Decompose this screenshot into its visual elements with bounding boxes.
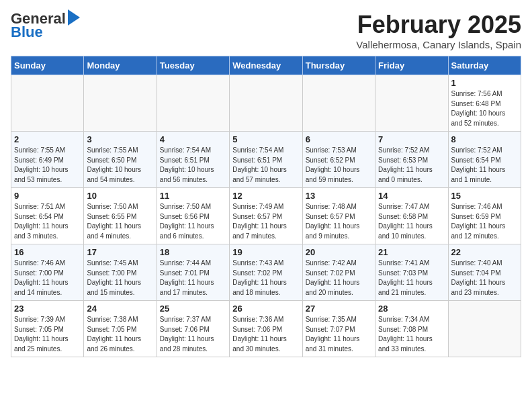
day-number: 23 bbox=[14, 304, 81, 314]
title-area: February 2025 Vallehermosa, Canary Islan… bbox=[356, 11, 521, 50]
day-info: Sunrise: 7:50 AM Sunset: 6:55 PM Dayligh… bbox=[87, 202, 153, 241]
day-cell: 12Sunrise: 7:49 AM Sunset: 6:57 PM Dayli… bbox=[230, 188, 302, 244]
day-cell: 24Sunrise: 7:38 AM Sunset: 7:05 PM Dayli… bbox=[84, 301, 157, 357]
day-cell bbox=[157, 75, 229, 132]
day-cell: 18Sunrise: 7:44 AM Sunset: 7:01 PM Dayli… bbox=[157, 244, 229, 301]
day-cell bbox=[448, 301, 521, 357]
day-cell: 5Sunrise: 7:54 AM Sunset: 6:51 PM Daylig… bbox=[230, 132, 302, 188]
day-number: 17 bbox=[87, 247, 153, 257]
day-number: 9 bbox=[14, 191, 81, 201]
day-info: Sunrise: 7:51 AM Sunset: 6:54 PM Dayligh… bbox=[14, 202, 81, 241]
day-info: Sunrise: 7:52 AM Sunset: 6:54 PM Dayligh… bbox=[451, 146, 518, 185]
day-info: Sunrise: 7:45 AM Sunset: 7:00 PM Dayligh… bbox=[87, 259, 153, 298]
day-number: 8 bbox=[451, 134, 518, 144]
week-row-3: 9Sunrise: 7:51 AM Sunset: 6:54 PM Daylig… bbox=[11, 188, 521, 244]
day-number: 6 bbox=[306, 134, 372, 144]
header-cell-friday: Friday bbox=[375, 56, 448, 75]
day-info: Sunrise: 7:55 AM Sunset: 6:49 PM Dayligh… bbox=[14, 146, 81, 185]
day-info: Sunrise: 7:49 AM Sunset: 6:57 PM Dayligh… bbox=[232, 202, 299, 241]
day-info: Sunrise: 7:48 AM Sunset: 6:57 PM Dayligh… bbox=[306, 202, 372, 241]
day-info: Sunrise: 7:50 AM Sunset: 6:56 PM Dayligh… bbox=[160, 202, 226, 241]
day-cell: 4Sunrise: 7:54 AM Sunset: 6:51 PM Daylig… bbox=[157, 132, 229, 188]
day-number: 21 bbox=[378, 247, 445, 257]
day-cell: 8Sunrise: 7:52 AM Sunset: 6:54 PM Daylig… bbox=[448, 132, 521, 188]
day-cell: 1Sunrise: 7:56 AM Sunset: 6:48 PM Daylig… bbox=[448, 75, 521, 132]
day-info: Sunrise: 7:47 AM Sunset: 6:58 PM Dayligh… bbox=[378, 202, 445, 241]
day-cell: 23Sunrise: 7:39 AM Sunset: 7:05 PM Dayli… bbox=[11, 301, 84, 357]
day-info: Sunrise: 7:43 AM Sunset: 7:02 PM Dayligh… bbox=[232, 259, 299, 298]
day-cell: 2Sunrise: 7:55 AM Sunset: 6:49 PM Daylig… bbox=[11, 132, 84, 188]
header-cell-sunday: Sunday bbox=[11, 56, 84, 75]
day-cell: 19Sunrise: 7:43 AM Sunset: 7:02 PM Dayli… bbox=[230, 244, 302, 301]
day-number: 11 bbox=[160, 191, 226, 201]
header-row: SundayMondayTuesdayWednesdayThursdayFrid… bbox=[11, 56, 521, 75]
header-cell-saturday: Saturday bbox=[448, 56, 521, 75]
header: General Blue February 2025 Vallehermosa,… bbox=[11, 11, 521, 50]
day-info: Sunrise: 7:56 AM Sunset: 6:48 PM Dayligh… bbox=[451, 89, 518, 128]
day-cell: 27Sunrise: 7:35 AM Sunset: 7:07 PM Dayli… bbox=[302, 301, 375, 357]
calendar-body: 1Sunrise: 7:56 AM Sunset: 6:48 PM Daylig… bbox=[11, 75, 521, 357]
week-row-1: 1Sunrise: 7:56 AM Sunset: 6:48 PM Daylig… bbox=[11, 75, 521, 132]
day-info: Sunrise: 7:37 AM Sunset: 7:06 PM Dayligh… bbox=[160, 315, 226, 354]
day-number: 1 bbox=[451, 78, 518, 88]
day-cell bbox=[230, 75, 302, 132]
day-cell: 15Sunrise: 7:46 AM Sunset: 6:59 PM Dayli… bbox=[448, 188, 521, 244]
day-info: Sunrise: 7:44 AM Sunset: 7:01 PM Dayligh… bbox=[160, 259, 226, 298]
day-cell: 22Sunrise: 7:40 AM Sunset: 7:04 PM Dayli… bbox=[448, 244, 521, 301]
day-number: 18 bbox=[160, 247, 226, 257]
day-number: 19 bbox=[232, 247, 299, 257]
calendar-table: SundayMondayTuesdayWednesdayThursdayFrid… bbox=[11, 56, 521, 357]
location-title: Vallehermosa, Canary Islands, Spain bbox=[356, 39, 521, 50]
week-row-5: 23Sunrise: 7:39 AM Sunset: 7:05 PM Dayli… bbox=[11, 301, 521, 357]
day-cell: 26Sunrise: 7:36 AM Sunset: 7:06 PM Dayli… bbox=[230, 301, 302, 357]
day-number: 2 bbox=[14, 134, 81, 144]
logo: General Blue bbox=[11, 11, 80, 40]
day-info: Sunrise: 7:34 AM Sunset: 7:08 PM Dayligh… bbox=[378, 315, 445, 354]
day-info: Sunrise: 7:54 AM Sunset: 6:51 PM Dayligh… bbox=[232, 146, 299, 185]
day-number: 26 bbox=[232, 304, 299, 314]
day-number: 3 bbox=[87, 134, 153, 144]
header-cell-monday: Monday bbox=[84, 56, 157, 75]
day-info: Sunrise: 7:55 AM Sunset: 6:50 PM Dayligh… bbox=[87, 146, 153, 185]
day-number: 7 bbox=[378, 134, 445, 144]
header-cell-tuesday: Tuesday bbox=[157, 56, 229, 75]
day-cell: 9Sunrise: 7:51 AM Sunset: 6:54 PM Daylig… bbox=[11, 188, 84, 244]
day-cell: 25Sunrise: 7:37 AM Sunset: 7:06 PM Dayli… bbox=[157, 301, 229, 357]
logo-arrow-icon bbox=[68, 9, 80, 26]
day-cell: 6Sunrise: 7:53 AM Sunset: 6:52 PM Daylig… bbox=[302, 132, 375, 188]
calendar-header: SundayMondayTuesdayWednesdayThursdayFrid… bbox=[11, 56, 521, 75]
day-number: 5 bbox=[232, 134, 299, 144]
day-info: Sunrise: 7:35 AM Sunset: 7:07 PM Dayligh… bbox=[306, 315, 372, 354]
day-cell bbox=[11, 75, 84, 132]
day-number: 12 bbox=[232, 191, 299, 201]
day-number: 20 bbox=[306, 247, 372, 257]
day-info: Sunrise: 7:46 AM Sunset: 6:59 PM Dayligh… bbox=[451, 202, 518, 241]
day-cell bbox=[375, 75, 448, 132]
month-title: February 2025 bbox=[356, 11, 521, 39]
day-cell: 13Sunrise: 7:48 AM Sunset: 6:57 PM Dayli… bbox=[302, 188, 375, 244]
day-number: 14 bbox=[378, 191, 445, 201]
day-number: 4 bbox=[160, 134, 226, 144]
day-cell: 7Sunrise: 7:52 AM Sunset: 6:53 PM Daylig… bbox=[375, 132, 448, 188]
day-number: 13 bbox=[306, 191, 372, 201]
day-info: Sunrise: 7:54 AM Sunset: 6:51 PM Dayligh… bbox=[160, 146, 226, 185]
week-row-2: 2Sunrise: 7:55 AM Sunset: 6:49 PM Daylig… bbox=[11, 132, 521, 188]
header-cell-thursday: Thursday bbox=[302, 56, 375, 75]
day-info: Sunrise: 7:38 AM Sunset: 7:05 PM Dayligh… bbox=[87, 315, 153, 354]
day-info: Sunrise: 7:52 AM Sunset: 6:53 PM Dayligh… bbox=[378, 146, 445, 185]
header-cell-wednesday: Wednesday bbox=[230, 56, 302, 75]
day-cell: 10Sunrise: 7:50 AM Sunset: 6:55 PM Dayli… bbox=[84, 188, 157, 244]
logo-blue-text: Blue bbox=[11, 24, 43, 40]
day-info: Sunrise: 7:42 AM Sunset: 7:02 PM Dayligh… bbox=[306, 259, 372, 298]
day-number: 22 bbox=[451, 247, 518, 257]
day-cell: 20Sunrise: 7:42 AM Sunset: 7:02 PM Dayli… bbox=[302, 244, 375, 301]
day-cell: 21Sunrise: 7:41 AM Sunset: 7:03 PM Dayli… bbox=[375, 244, 448, 301]
day-info: Sunrise: 7:39 AM Sunset: 7:05 PM Dayligh… bbox=[14, 315, 81, 354]
day-cell: 28Sunrise: 7:34 AM Sunset: 7:08 PM Dayli… bbox=[375, 301, 448, 357]
day-number: 27 bbox=[306, 304, 372, 314]
day-info: Sunrise: 7:36 AM Sunset: 7:06 PM Dayligh… bbox=[232, 315, 299, 354]
day-cell bbox=[84, 75, 157, 132]
week-row-4: 16Sunrise: 7:46 AM Sunset: 7:00 PM Dayli… bbox=[11, 244, 521, 301]
day-info: Sunrise: 7:53 AM Sunset: 6:52 PM Dayligh… bbox=[306, 146, 372, 185]
day-number: 25 bbox=[160, 304, 226, 314]
